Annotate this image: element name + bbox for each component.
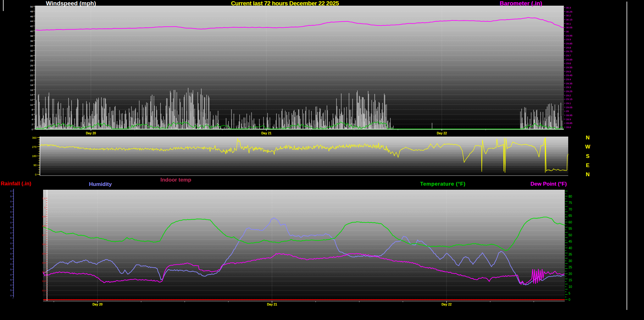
svg-text:0: 0 (10, 273, 12, 276)
svg-text:0: 0 (10, 242, 12, 245)
svg-text:65: 65 (569, 214, 572, 217)
svg-text:0.6: 0.6 (42, 243, 46, 246)
svg-text:0.5: 0.5 (42, 252, 46, 255)
svg-text:29.05: 29.05 (566, 106, 573, 109)
svg-text:E: E (586, 162, 589, 168)
svg-text:1: 1 (44, 206, 46, 209)
svg-text:0: 0 (10, 232, 12, 234)
svg-text:S: S (586, 153, 589, 159)
svg-text:16: 16 (30, 89, 33, 92)
svg-text:5: 5 (10, 195, 12, 198)
svg-text:28.8: 28.8 (566, 126, 571, 129)
svg-text:30.15: 30.15 (566, 18, 573, 21)
svg-text:40: 40 (569, 246, 572, 250)
svg-text:Rainfall (.in): Rainfall (.in) (1, 181, 31, 187)
svg-text:5: 5 (10, 258, 12, 261)
svg-text:48: 48 (30, 10, 33, 13)
svg-text:0.2: 0.2 (42, 280, 46, 283)
svg-text:25: 25 (569, 266, 572, 269)
svg-text:30.05: 30.05 (566, 26, 573, 29)
svg-text:38: 38 (30, 35, 33, 37)
svg-text:28.95: 28.95 (566, 114, 573, 117)
svg-text:29.3: 29.3 (566, 86, 571, 89)
svg-text:29.2: 29.2 (566, 94, 571, 97)
svg-text:0: 0 (569, 298, 570, 301)
svg-text:14: 14 (30, 93, 33, 96)
svg-text:0.8: 0.8 (42, 225, 46, 227)
svg-text:28.9: 28.9 (566, 118, 571, 121)
svg-text:45: 45 (569, 240, 572, 243)
svg-text:Indoor temp: Indoor temp (160, 177, 191, 183)
svg-text:29.9: 29.9 (566, 38, 571, 41)
svg-text:4: 4 (32, 118, 33, 121)
svg-text:22: 22 (30, 74, 33, 77)
svg-text:0.4: 0.4 (42, 261, 46, 264)
svg-text:55: 55 (569, 227, 572, 230)
svg-text:5: 5 (10, 268, 12, 271)
svg-text:Day 22: Day 22 (437, 132, 447, 135)
svg-text:0: 0 (10, 263, 12, 266)
svg-text:35: 35 (569, 253, 572, 256)
svg-text:60: 60 (569, 221, 572, 224)
svg-text:5: 5 (10, 205, 12, 208)
svg-text:10: 10 (30, 104, 33, 106)
svg-text:5: 5 (10, 216, 12, 219)
svg-text:12: 12 (30, 98, 33, 101)
svg-text:42: 42 (30, 25, 33, 28)
svg-text:0.9: 0.9 (42, 215, 46, 218)
svg-text:34: 34 (30, 44, 33, 47)
svg-text:30.3: 30.3 (566, 6, 571, 9)
svg-text:Humidity: Humidity (89, 181, 112, 187)
svg-text:29.25: 29.25 (566, 90, 573, 93)
svg-text:44: 44 (30, 20, 33, 23)
svg-text:Windspeed (mph): Windspeed (mph) (46, 0, 96, 7)
svg-text:Temperature (°F): Temperature (°F) (420, 181, 466, 187)
svg-text:30.25: 30.25 (566, 10, 573, 13)
svg-text:46: 46 (30, 15, 33, 18)
svg-text:180: 180 (32, 154, 36, 158)
svg-text:5: 5 (10, 237, 12, 239)
svg-text:0: 0 (44, 298, 46, 301)
svg-text:0: 0 (10, 221, 12, 224)
svg-text:30.2: 30.2 (566, 14, 571, 17)
svg-text:20: 20 (30, 79, 33, 82)
svg-text:70: 70 (569, 208, 572, 211)
svg-text:W: W (585, 144, 591, 150)
svg-text:0: 0 (10, 211, 12, 213)
svg-text:5: 5 (569, 292, 570, 295)
svg-text:Day 20: Day 20 (86, 132, 96, 135)
svg-text:50: 50 (569, 233, 572, 237)
svg-text:29.4: 29.4 (566, 78, 571, 81)
svg-text:6: 6 (32, 113, 33, 116)
svg-text:2: 2 (32, 123, 33, 126)
svg-text:Barometer (.in): Barometer (.in) (500, 0, 542, 7)
svg-text:0: 0 (10, 200, 12, 203)
svg-text:0.1: 0.1 (42, 289, 46, 292)
svg-text:29.75: 29.75 (566, 50, 573, 53)
svg-text:50: 50 (30, 5, 33, 8)
svg-text:5: 5 (10, 278, 12, 281)
svg-text:29.7: 29.7 (566, 54, 571, 57)
svg-text:5: 5 (10, 247, 12, 250)
svg-text:29.15: 29.15 (566, 98, 573, 101)
svg-text:30: 30 (30, 54, 33, 57)
svg-text:29.65: 29.65 (566, 58, 573, 61)
svg-text:Dew Point (°F): Dew Point (°F) (530, 181, 567, 187)
svg-text:75: 75 (569, 201, 572, 205)
svg-text:26: 26 (30, 64, 33, 67)
svg-text:15: 15 (569, 278, 572, 282)
svg-text:18: 18 (30, 84, 33, 87)
svg-text:0: 0 (35, 173, 36, 176)
svg-text:80: 80 (569, 195, 572, 198)
svg-text:8: 8 (32, 108, 33, 111)
svg-text:29.5: 29.5 (566, 70, 571, 73)
svg-text:29.1: 29.1 (566, 102, 571, 105)
svg-text:Day 21: Day 21 (261, 132, 272, 135)
svg-text:30: 30 (569, 259, 572, 263)
svg-text:29.95: 29.95 (566, 34, 573, 37)
svg-text:29.8: 29.8 (566, 46, 571, 49)
svg-text:0: 0 (10, 284, 12, 287)
svg-text:0: 0 (10, 294, 12, 297)
svg-text:N: N (586, 171, 590, 177)
svg-text:29.85: 29.85 (566, 42, 573, 45)
